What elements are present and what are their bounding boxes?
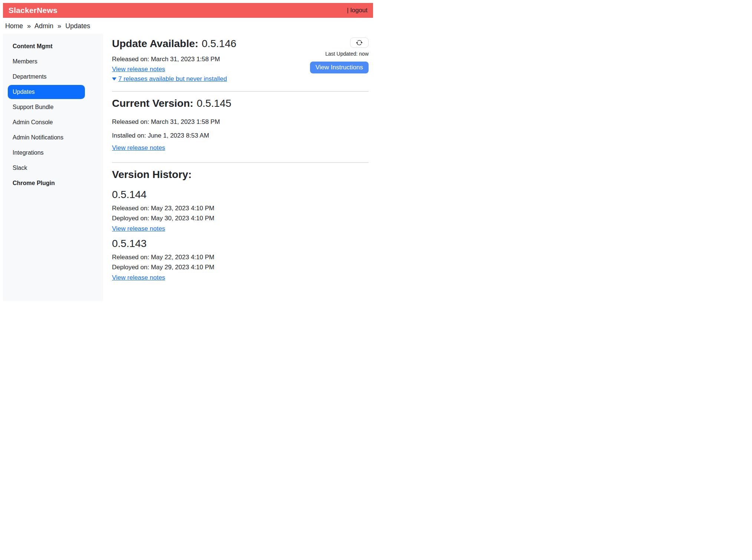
sidebar-item-slack[interactable]: Slack: [8, 161, 85, 175]
section-divider: [112, 162, 369, 163]
version-number: 0.5.144: [112, 188, 369, 201]
release-notes-link[interactable]: View release notes: [112, 224, 165, 233]
deployed-on-text: Deployed on: May 29, 2023 4:10 PM: [112, 263, 369, 272]
current-version-section: Current Version:0.5.145 Released on: Mar…: [112, 97, 369, 152]
sidebar-item-integrations[interactable]: Integrations: [8, 146, 85, 160]
caret-down-icon: [112, 78, 116, 80]
sidebar-item-chrome-plugin[interactable]: Chrome Plugin: [8, 176, 85, 190]
update-available-info: Update Available:0.5.146 Released on: Ma…: [112, 36, 236, 83]
current-version-number: 0.5.145: [197, 98, 231, 109]
refresh-icon: [356, 39, 363, 46]
sidebar-item-admin-notifications[interactable]: Admin Notifications: [8, 131, 85, 145]
admin-sidebar: Content Mgmt Members Departments Updates…: [3, 34, 103, 301]
released-on-text: Released on: March 31, 2023 1:58 PM: [112, 55, 236, 64]
update-available-version: 0.5.146: [202, 38, 236, 49]
releases-toggle-link[interactable]: 7 releases available but never installed: [112, 74, 227, 83]
update-available-label: Update Available:: [112, 38, 198, 49]
page-layout: Content Mgmt Members Departments Updates…: [3, 34, 373, 301]
current-version-heading: Current Version:0.5.145: [112, 97, 369, 110]
release-notes-link[interactable]: View release notes: [112, 143, 165, 152]
update-actions: Last Updated: now View Instructions: [310, 36, 369, 73]
breadcrumb-separator: »: [27, 22, 31, 30]
refresh-button[interactable]: [350, 37, 369, 48]
top-navbar: SlackerNews | logout: [3, 3, 373, 18]
breadcrumb: Home » Admin » Updates: [5, 21, 373, 31]
breadcrumb-home[interactable]: Home: [5, 22, 23, 30]
installed-on-text: Installed on: June 1, 2023 8:53 AM: [112, 131, 369, 140]
sidebar-item-admin-console[interactable]: Admin Console: [8, 115, 85, 129]
release-notes-link[interactable]: View release notes: [112, 65, 165, 74]
sidebar-item-updates[interactable]: Updates: [8, 85, 85, 99]
released-on-text: Released on: May 23, 2023 4:10 PM: [112, 204, 369, 213]
sidebar-item-content-mgmt[interactable]: Content Mgmt: [8, 39, 85, 53]
breadcrumb-updates[interactable]: Updates: [65, 22, 90, 30]
brand-title[interactable]: SlackerNews: [9, 6, 57, 15]
breadcrumb-separator: »: [57, 22, 61, 30]
main-content: Update Available:0.5.146 Released on: Ma…: [112, 34, 373, 301]
last-updated-label: Last Updated: now: [310, 50, 369, 57]
version-history-heading: Version History:: [112, 168, 369, 181]
section-divider: [112, 91, 369, 92]
version-entry: 0.5.143 Released on: May 22, 2023 4:10 P…: [112, 237, 369, 282]
released-on-text: Released on: March 31, 2023 1:58 PM: [112, 117, 369, 126]
current-version-label: Current Version:: [112, 98, 193, 109]
sidebar-nav: Content Mgmt Members Departments Updates…: [8, 39, 85, 190]
sidebar-item-departments[interactable]: Departments: [8, 70, 85, 84]
logout-link[interactable]: | logout: [347, 7, 367, 14]
update-available-section: Update Available:0.5.146 Released on: Ma…: [112, 36, 369, 83]
release-notes-link[interactable]: View release notes: [112, 273, 165, 282]
released-on-text: Released on: May 22, 2023 4:10 PM: [112, 253, 369, 262]
update-available-heading: Update Available:0.5.146: [112, 37, 236, 50]
view-instructions-button[interactable]: View Instructions: [310, 62, 369, 73]
version-number: 0.5.143: [112, 237, 369, 250]
version-entry: 0.5.144 Released on: May 23, 2023 4:10 P…: [112, 188, 369, 233]
deployed-on-text: Deployed on: May 30, 2023 4:10 PM: [112, 214, 369, 223]
sidebar-item-support-bundle[interactable]: Support Bundle: [8, 100, 85, 114]
sidebar-item-members[interactable]: Members: [8, 55, 85, 69]
breadcrumb-admin[interactable]: Admin: [34, 22, 53, 30]
releases-toggle-label: 7 releases available but never installed: [118, 74, 227, 83]
version-history-section: Version History: 0.5.144 Released on: Ma…: [112, 168, 369, 282]
